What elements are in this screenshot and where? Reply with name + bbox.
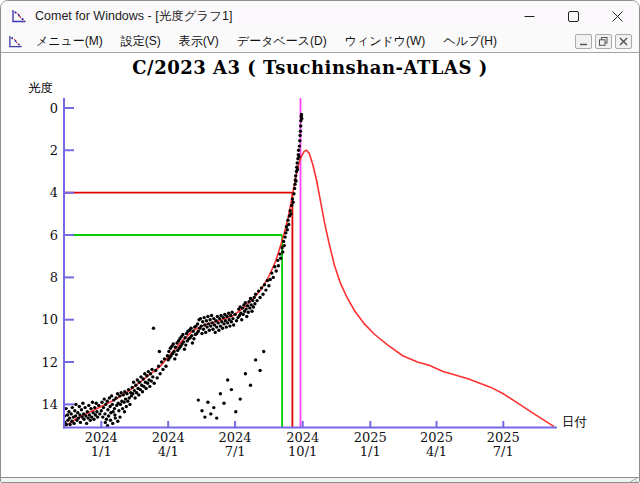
observation-point	[215, 325, 218, 328]
observation-point	[219, 392, 222, 395]
observation-point	[210, 314, 213, 317]
mdi-close-button[interactable]	[615, 34, 632, 49]
observation-point	[272, 276, 275, 279]
observation-point	[150, 368, 153, 371]
observation-point	[232, 323, 235, 326]
observation-point	[80, 408, 83, 411]
menu-item-4[interactable]: ウィンドウ(W)	[336, 31, 435, 52]
observation-point	[230, 320, 233, 323]
observation-point	[286, 228, 289, 231]
observation-point	[203, 415, 206, 418]
observation-point	[192, 330, 195, 333]
x-tick-year: 2024	[286, 430, 319, 445]
observation-point	[151, 375, 154, 378]
resize-grip-icon[interactable]	[626, 478, 638, 483]
menu-item-5[interactable]: ヘルプ(H)	[434, 31, 506, 52]
observation-point	[78, 405, 81, 408]
observation-point	[167, 350, 170, 353]
observation-point	[156, 376, 159, 379]
close-button[interactable]	[595, 1, 639, 31]
observation-point	[154, 369, 157, 372]
observation-point	[230, 311, 233, 314]
observation-point	[122, 401, 125, 404]
menubar: メニュー(M)設定(S)表示(V)データベース(D)ウィンドウ(W)ヘルプ(H)	[1, 31, 639, 53]
observation-point	[183, 348, 186, 351]
x-tick-date: 7/1	[493, 444, 514, 459]
observation-point	[248, 306, 251, 309]
observation-point	[114, 416, 117, 419]
observation-point	[106, 408, 109, 411]
observation-point	[183, 336, 186, 339]
observation-point	[113, 413, 116, 416]
observation-point	[296, 161, 299, 164]
observation-point	[85, 422, 88, 425]
observation-point	[294, 174, 297, 177]
observation-point	[247, 311, 250, 314]
observation-point	[83, 406, 86, 409]
minimize-icon	[524, 11, 535, 22]
observation-point	[71, 406, 74, 409]
observation-point	[258, 296, 261, 299]
observation-point	[252, 305, 255, 308]
observation-point	[102, 406, 105, 409]
observation-point	[106, 400, 109, 403]
observation-point	[273, 265, 276, 268]
observation-point	[196, 322, 199, 325]
observation-point	[200, 409, 203, 412]
observation-point	[289, 212, 292, 215]
y-tick-label: 2	[50, 143, 58, 158]
observation-point	[206, 315, 209, 318]
observation-point	[251, 299, 254, 302]
observation-point	[264, 288, 267, 291]
app-window: Comet for Windows - [光度グラフ1]	[0, 0, 640, 483]
observation-point	[225, 325, 228, 328]
observation-point	[125, 405, 128, 408]
observation-point	[247, 300, 250, 303]
menu-item-3[interactable]: データベース(D)	[228, 31, 336, 52]
y-tick-label: 8	[50, 270, 58, 285]
observation-point	[184, 343, 187, 346]
menu-item-2[interactable]: 表示(V)	[170, 31, 228, 52]
observation-point	[125, 392, 128, 395]
x-tick-year: 2025	[420, 430, 453, 445]
mdi-restore-button[interactable]	[595, 34, 612, 49]
observation-point	[138, 381, 141, 384]
graph-document-icon	[8, 34, 23, 49]
observation-point	[222, 322, 225, 325]
observation-point	[172, 350, 175, 353]
observation-point	[173, 357, 176, 360]
observation-point	[226, 321, 229, 324]
observation-point	[214, 331, 217, 334]
observation-point	[242, 313, 245, 316]
observation-point	[105, 418, 108, 421]
observation-point	[287, 223, 290, 226]
observation-point	[266, 279, 269, 282]
light-curve-chart: 0246810121420241/120244/120247/1202410/1…	[1, 53, 640, 477]
observation-point	[245, 315, 248, 318]
observation-point	[234, 410, 237, 413]
menu-item-1[interactable]: 設定(S)	[112, 31, 170, 52]
minimize-button[interactable]	[507, 1, 551, 31]
observations	[63, 113, 304, 428]
observation-point	[142, 377, 145, 380]
observation-point	[267, 284, 270, 287]
observation-point	[230, 388, 233, 391]
y-tick-label: 10	[41, 312, 58, 327]
x-tick-year: 2025	[354, 430, 387, 445]
observation-point	[253, 296, 256, 299]
observation-point	[291, 201, 294, 204]
maximize-button[interactable]	[551, 1, 595, 31]
mdi-minimize-button[interactable]	[575, 34, 592, 49]
observation-point	[116, 420, 119, 423]
observation-point	[91, 401, 94, 404]
observation-point	[89, 419, 92, 422]
app-icon	[11, 8, 27, 24]
observation-point	[68, 423, 71, 426]
observation-point	[209, 412, 212, 415]
x-tick-year: 2024	[85, 430, 118, 445]
observation-point	[296, 168, 299, 171]
observation-point	[98, 412, 101, 415]
menu-item-0[interactable]: メニュー(M)	[27, 31, 112, 52]
observation-point	[197, 330, 200, 333]
observation-point	[278, 252, 281, 255]
